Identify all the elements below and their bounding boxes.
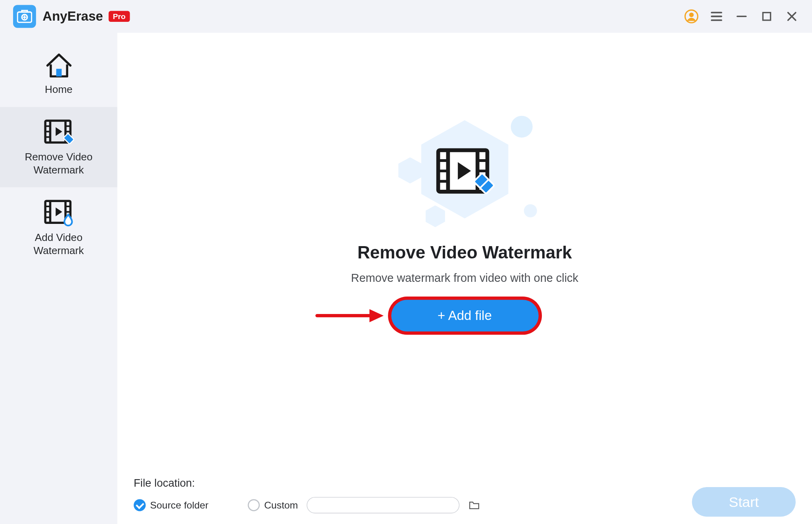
user-icon[interactable]	[684, 9, 699, 23]
sidebar-item-label: Home	[45, 83, 73, 96]
radio-custom[interactable]: Custom	[248, 499, 298, 511]
menu-icon[interactable]	[709, 9, 724, 23]
film-drop-icon	[43, 199, 74, 227]
film-eraser-large-icon	[435, 147, 495, 197]
main-panel: Remove Video Watermark Remove watermark …	[117, 33, 812, 524]
custom-path-input[interactable]	[307, 497, 459, 513]
start-button[interactable]: Start	[692, 487, 795, 516]
pro-badge: Pro	[108, 11, 130, 22]
app-title: AnyErase	[42, 9, 103, 24]
annotation-arrow-icon	[315, 308, 386, 324]
add-file-button[interactable]: + Add file	[391, 300, 538, 331]
hero-illustration	[394, 115, 536, 229]
home-icon	[45, 51, 72, 79]
folder-icon[interactable]	[468, 499, 480, 511]
app-logo-icon	[13, 5, 36, 28]
sidebar-item-label: Add Video Watermark	[33, 231, 84, 257]
close-button[interactable]	[785, 9, 799, 23]
sidebar-item-remove-watermark[interactable]: Remove Video Watermark	[0, 107, 117, 187]
page-subtitle: Remove watermark from video with one cli…	[351, 272, 578, 285]
file-location-label: File location:	[134, 477, 796, 489]
sidebar-item-label: Remove Video Watermark	[25, 150, 92, 176]
svg-point-3	[689, 13, 693, 17]
minimize-button[interactable]	[735, 9, 749, 23]
titlebar: AnyErase Pro	[0, 0, 812, 33]
sidebar: Home Remove Video Watermark Add Video Wa…	[0, 33, 117, 524]
maximize-button[interactable]	[760, 9, 774, 23]
page-title: Remove Video Watermark	[357, 243, 572, 263]
film-eraser-icon	[43, 119, 74, 146]
sidebar-item-add-watermark[interactable]: Add Video Watermark	[0, 187, 117, 268]
radio-label: Source folder	[150, 499, 208, 511]
radio-source-folder[interactable]: Source folder	[134, 499, 209, 511]
svg-rect-5	[56, 69, 61, 76]
sidebar-item-home[interactable]: Home	[0, 39, 117, 107]
radio-label: Custom	[264, 499, 298, 511]
footer-bar: File location: Source folder Custom Star…	[134, 477, 796, 513]
svg-rect-4	[763, 13, 770, 20]
